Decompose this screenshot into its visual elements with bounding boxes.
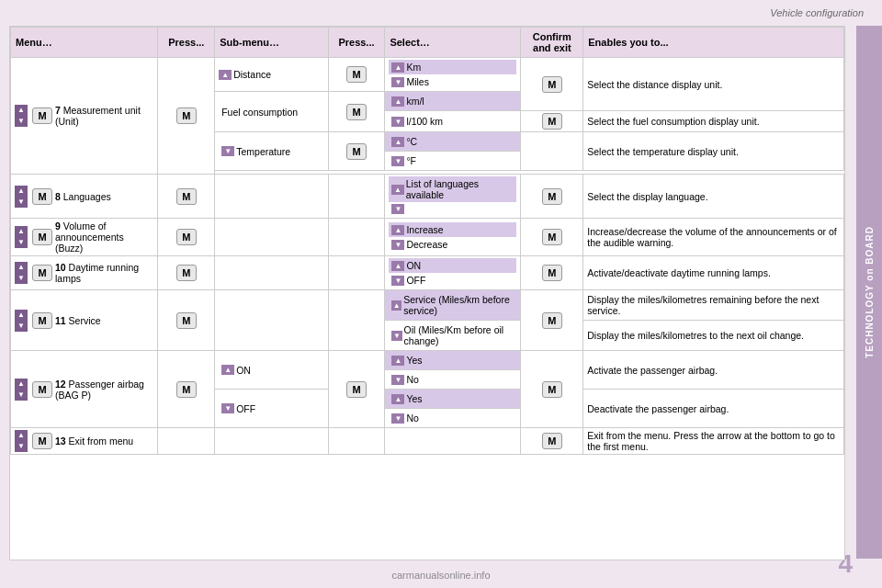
nav-arrows-11[interactable]: ▲ ▼	[15, 310, 28, 332]
arrow-up-12[interactable]: ▲	[15, 379, 28, 390]
arrow-down-13[interactable]: ▼	[15, 441, 28, 452]
arrow-down-7[interactable]: ▼	[15, 116, 28, 127]
submenu-11	[215, 290, 328, 351]
m-button-confirm-10[interactable]: M	[542, 265, 562, 281]
arrow-up-bag-on[interactable]: ▲	[221, 365, 234, 375]
m-button-confirm-9[interactable]: M	[542, 229, 562, 245]
arrow-down-miles[interactable]: ▼	[391, 77, 404, 87]
arrow-down-no1[interactable]: ▼	[391, 375, 404, 385]
m-button-confirm-13[interactable]: M	[542, 433, 562, 449]
website-logo: carmanualsonline.info	[391, 570, 490, 581]
enables-12a: Activate the passenger airbag.	[583, 351, 844, 390]
arrow-down-12[interactable]: ▼	[15, 390, 28, 401]
nav-arrows-12[interactable]: ▲ ▼	[15, 379, 28, 401]
arrow-down-9[interactable]: ▼	[15, 237, 28, 248]
arrow-up-13[interactable]: ▲	[15, 430, 28, 441]
arrow-up-9[interactable]: ▲	[15, 226, 28, 237]
arrow-up-10[interactable]: ▲	[15, 262, 28, 273]
option-no2: No	[406, 413, 418, 424]
menu-label-13: 13 Exit from menu	[55, 435, 133, 447]
arrow-up-8[interactable]: ▲	[15, 186, 28, 197]
arrow-up-7[interactable]: ▲	[15, 105, 28, 116]
m-button-8[interactable]: M	[32, 188, 52, 205]
arrow-down-l100[interactable]: ▼	[391, 117, 404, 127]
header-press1: Press...	[158, 28, 215, 58]
arrow-down-off[interactable]: ▼	[391, 276, 404, 286]
arrow-up-kmpl[interactable]: ▲	[391, 96, 404, 107]
arrow-up-11[interactable]: ▲	[15, 310, 28, 321]
enables-8: Select the display language.	[583, 175, 844, 219]
header-menu: Menu…	[11, 28, 158, 58]
m-button-press1-10[interactable]: M	[176, 265, 197, 281]
enables-9: Increase/decrease the volume of the anno…	[583, 219, 844, 256]
m-button-7[interactable]: M	[32, 107, 52, 124]
arrow-up-yes1[interactable]: ▲	[391, 356, 404, 366]
menu-cell-9: ▲ ▼ M 9 Volume of announcements (Buzz)	[11, 219, 158, 256]
m-button-confirm-fuel[interactable]: M	[542, 113, 562, 130]
m-button-press1-11[interactable]: M	[176, 312, 197, 329]
confirm-9: M	[521, 219, 583, 256]
nav-arrows-7[interactable]: ▲ ▼	[15, 105, 28, 127]
menu-label-12: 12 Passenger airbag (BAG P)	[55, 379, 153, 401]
arrow-down-10[interactable]: ▼	[15, 273, 28, 284]
arrow-down-decrease[interactable]: ▼	[391, 240, 404, 250]
press1-10: M	[158, 256, 215, 290]
menu-cell-8: ▲ ▼ M 8 Languages	[11, 175, 158, 219]
m-button-11[interactable]: M	[32, 312, 52, 329]
arrow-up-celsius[interactable]: ▲	[391, 137, 404, 147]
arrow-down-lang[interactable]: ▼	[391, 204, 404, 214]
arrow-down-temp[interactable]: ▼	[221, 146, 234, 156]
arrow-down-no2[interactable]: ▼	[391, 413, 404, 424]
table-row: ▲ ▼ M 9 Volume of announcements (Buzz) M	[11, 219, 844, 256]
option-km: Km	[406, 62, 421, 73]
header-confirm: Confirm and exit	[521, 28, 583, 58]
submenu-distance: ▲ Distance	[215, 58, 328, 92]
arrow-up-lang[interactable]: ▲	[391, 185, 403, 195]
m-button-confirm-12[interactable]: M	[542, 381, 562, 398]
submenu-13	[215, 428, 328, 455]
m-button-press2-temp[interactable]: M	[346, 143, 367, 160]
m-button-press2-fuel[interactable]: M	[346, 104, 367, 120]
nav-arrows-9[interactable]: ▲ ▼	[15, 226, 28, 248]
arrow-up-service[interactable]: ▲	[391, 300, 401, 311]
top-bar: Vehicle configuration	[0, 0, 882, 26]
arrow-down-oil[interactable]: ▼	[391, 331, 401, 341]
nav-arrows-13[interactable]: ▲ ▼	[15, 430, 28, 452]
m-button-13[interactable]: M	[32, 433, 52, 449]
m-button-press1-7[interactable]: M	[176, 107, 197, 124]
main-content: Menu… Press... Sub-menu… Press... Select…	[9, 26, 845, 560]
m-button-confirm-11[interactable]: M	[542, 312, 562, 329]
m-button-10[interactable]: M	[32, 265, 52, 281]
confirm-13: M	[521, 428, 583, 455]
option-off: OFF	[406, 275, 425, 286]
press2-distance: M	[328, 58, 385, 92]
m-button-press1-12[interactable]: M	[176, 381, 197, 398]
confirm-10: M	[521, 256, 583, 290]
arrow-up-yes2[interactable]: ▲	[391, 394, 404, 404]
menu-cell-11: ▲ ▼ M 11 Service	[11, 290, 158, 351]
option-miles: Miles	[406, 76, 429, 87]
select-lamps: ▲ ON ▼ OFF	[385, 256, 521, 290]
select-l100km: ▼ l/100 km	[385, 111, 521, 132]
m-button-press1-8[interactable]: M	[176, 188, 197, 205]
m-button-9[interactable]: M	[32, 229, 52, 245]
arrow-down-8[interactable]: ▼	[15, 197, 28, 208]
nav-arrows-8[interactable]: ▲ ▼	[15, 186, 28, 208]
arrow-up-km[interactable]: ▲	[391, 62, 404, 73]
m-button-press2-12[interactable]: M	[346, 381, 367, 398]
m-button-press2-distance[interactable]: M	[346, 66, 367, 83]
chapter-label: TECHNOLOGY on BOARD	[865, 226, 875, 358]
arrow-down-f[interactable]: ▼	[391, 156, 404, 166]
arrow-up-on[interactable]: ▲	[391, 261, 404, 271]
arrow-down-11[interactable]: ▼	[15, 321, 28, 332]
m-button-confirm-8[interactable]: M	[542, 188, 562, 205]
m-button-confirm-7a[interactable]: M	[542, 76, 562, 93]
arrow-down-bag-off[interactable]: ▼	[221, 403, 234, 413]
nav-arrows-10[interactable]: ▲ ▼	[15, 262, 28, 284]
m-button-press1-9[interactable]: M	[176, 229, 197, 245]
m-button-12[interactable]: M	[32, 381, 52, 398]
select-service1: ▲ Service (Miles/km before service)	[385, 290, 521, 321]
arrow-up-distance[interactable]: ▲	[219, 70, 232, 80]
option-l100km: l/100 km	[406, 116, 443, 127]
arrow-up-increase[interactable]: ▲	[391, 225, 404, 235]
